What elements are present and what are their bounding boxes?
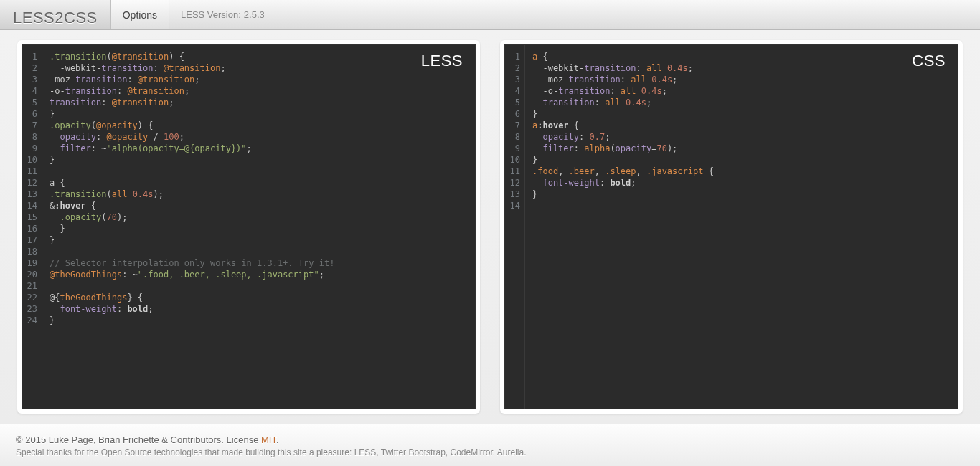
thanks-suffix: . (524, 447, 526, 457)
footer-thanks: Special thanks for the Open Source techn… (16, 447, 964, 457)
css-panel: 1234567891011121314 a { -webkit-transiti… (500, 40, 963, 414)
mit-link[interactable]: MIT (261, 434, 276, 445)
footer-link[interactable]: Aurelia (497, 447, 524, 457)
version-display: LESS Version: 2.5.3 (169, 0, 276, 29)
footer-link[interactable]: CodeMirror (450, 447, 492, 457)
header-bar: LESS2CSS Options LESS Version: 2.5.3 (0, 0, 980, 30)
brand-title: LESS2CSS (0, 0, 111, 29)
version-label: LESS Version: (181, 9, 241, 20)
options-button[interactable]: Options (111, 0, 169, 29)
less-panel: 123456789101112131415161718192021222324 … (17, 40, 480, 414)
footer-link[interactable]: Twitter Bootstrap (381, 447, 446, 457)
less-editor[interactable]: 123456789101112131415161718192021222324 … (22, 44, 476, 409)
css-editor[interactable]: 1234567891011121314 a { -webkit-transiti… (504, 44, 958, 409)
css-gutter: 1234567891011121314 (505, 45, 525, 409)
less-gutter: 123456789101112131415161718192021222324 (22, 45, 42, 409)
copyright-suffix: . (276, 434, 279, 445)
footer-copyright: © 2015 Luke Page, Brian Frichette & Cont… (16, 434, 964, 445)
version-value: 2.5.3 (244, 9, 265, 20)
thanks-prefix: Special thanks for the Open Source techn… (16, 447, 354, 457)
main-area: 123456789101112131415161718192021222324 … (0, 30, 980, 424)
footer: © 2015 Luke Page, Brian Frichette & Cont… (0, 424, 980, 466)
css-code-area: a { -webkit-transition: all 0.4s; -moz-t… (525, 45, 958, 409)
less-code-area[interactable]: .transition(@transition) { -webkit-trans… (42, 45, 475, 409)
copyright-text: © 2015 Luke Page, Brian Frichette & Cont… (16, 434, 261, 445)
footer-link[interactable]: LESS (354, 447, 377, 457)
